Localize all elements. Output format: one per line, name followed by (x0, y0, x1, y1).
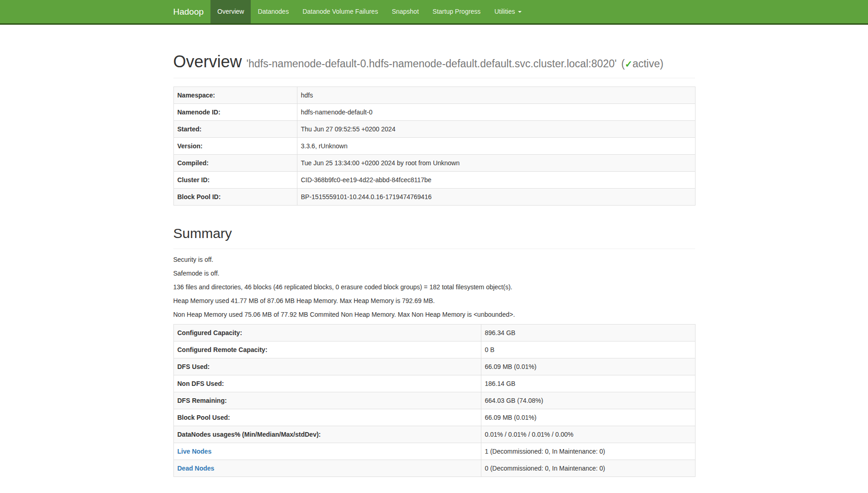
row-value: 186.14 GB (481, 375, 695, 392)
tab-datanodes: Datanodes (251, 0, 296, 23)
row-value: 0 B (481, 341, 695, 358)
row-label: Configured Capacity: (173, 325, 481, 341)
table-row: Version: 3.3.6, rUnknown (173, 137, 695, 154)
table-row: Started: Thu Jun 27 09:52:55 +0200 2024 (173, 120, 695, 137)
overview-header: Overview 'hdfs-namenode-default-0.hdfs-n… (173, 51, 695, 78)
table-row: Block Pool ID: BP-1515559101-10.244.0.16… (173, 188, 695, 205)
navbar-container: Hadoop Overview Datanodes Datanode Volum… (167, 0, 702, 23)
row-label: Version: (173, 137, 297, 154)
capacity-summary-table: Configured Capacity: 896.34 GB Configure… (173, 324, 695, 477)
tab-datanode-volume-failures: Datanode Volume Failures (296, 0, 385, 23)
status-active-text: active) (632, 58, 663, 70)
row-value: 896.34 GB (481, 325, 695, 341)
row-label: DataNodes usages% (Min/Median/Max/stdDev… (173, 426, 481, 443)
row-value: Tue Jun 25 13:34:00 +0200 2024 by root f… (297, 154, 695, 171)
table-row: Block Pool Used: 66.09 MB (0.01%) (173, 409, 695, 426)
tab-datanodes-link[interactable]: Datanodes (251, 0, 296, 23)
row-label: Namenode ID: (173, 103, 297, 120)
utilities-label: Utilities (494, 7, 515, 16)
row-label: Live Nodes (173, 443, 481, 460)
row-label: Namespace: (173, 87, 297, 103)
row-value: 66.09 MB (0.01%) (481, 358, 695, 375)
row-label: Non DFS Used: (173, 375, 481, 392)
summary-title: Summary (173, 224, 695, 244)
live-nodes-link[interactable]: Live Nodes (178, 448, 212, 455)
tab-overview: Overview (210, 0, 251, 23)
row-label: Started: (173, 120, 297, 137)
tab-startup-progress: Startup Progress (426, 0, 487, 23)
table-row: DFS Used: 66.09 MB (0.01%) (173, 358, 695, 375)
row-label: Block Pool ID: (173, 188, 297, 205)
tab-snapshot: Snapshot (385, 0, 426, 23)
row-value: 3.3.6, rUnknown (297, 137, 695, 154)
security-status: Security is off. (173, 255, 695, 265)
table-row: Dead Nodes 0 (Decommissioned: 0, In Main… (173, 460, 695, 477)
row-label: DFS Used: (173, 358, 481, 375)
heap-memory-summary: Heap Memory used 41.77 MB of 87.06 MB He… (173, 297, 695, 306)
tab-datanode-volume-failures-link[interactable]: Datanode Volume Failures (296, 0, 385, 23)
safemode-status: Safemode is off. (173, 269, 695, 278)
row-value: 664.03 GB (74.08%) (481, 392, 695, 409)
table-row: Configured Remote Capacity: 0 B (173, 341, 695, 358)
page-title: Overview 'hdfs-namenode-default-0.hdfs-n… (173, 51, 695, 73)
row-value: 1 (Decommissioned: 0, In Maintenance: 0) (481, 443, 695, 460)
table-row: Configured Capacity: 896.34 GB (173, 325, 695, 341)
non-heap-memory-summary: Non Heap Memory used 75.06 MB of 77.92 M… (173, 310, 695, 320)
row-value: Thu Jun 27 09:52:55 +0200 2024 (297, 120, 695, 137)
table-row: Namenode ID: hdfs-namenode-default-0 (173, 103, 695, 120)
row-label: Block Pool Used: (173, 409, 481, 426)
row-label: DFS Remaining: (173, 392, 481, 409)
navbar-menu: Overview Datanodes Datanode Volume Failu… (210, 0, 528, 23)
table-row: Namespace: hdfs (173, 87, 695, 103)
row-value: hdfs (297, 87, 695, 103)
table-row: Non DFS Used: 186.14 GB (173, 375, 695, 392)
table-row: DFS Remaining: 664.03 GB (74.08%) (173, 392, 695, 409)
row-label: Dead Nodes (173, 460, 481, 477)
summary-header: Summary (173, 224, 695, 249)
namenode-status: (✓active) (621, 58, 663, 70)
active-check-icon: ✓ (625, 59, 632, 69)
row-value: BP-1515559101-10.244.0.16-1719474769416 (297, 188, 695, 205)
filesystem-objects-summary: 136 files and directories, 46 blocks (46… (173, 283, 695, 292)
tab-overview-link[interactable]: Overview (210, 0, 251, 23)
row-value: 66.09 MB (0.01%) (481, 409, 695, 426)
top-navbar: Hadoop Overview Datanodes Datanode Volum… (0, 0, 868, 25)
row-value: 0 (Decommissioned: 0, In Maintenance: 0) (481, 460, 695, 477)
tab-snapshot-link[interactable]: Snapshot (385, 0, 426, 23)
table-row: Compiled: Tue Jun 25 13:34:00 +0200 2024… (173, 154, 695, 171)
page-title-text: Overview (173, 52, 242, 71)
namenode-info-table: Namespace: hdfs Namenode ID: hdfs-nameno… (173, 87, 695, 206)
row-label: Cluster ID: (173, 171, 297, 188)
brand-hadoop[interactable]: Hadoop (167, 0, 211, 23)
table-row: Cluster ID: CID-368b9fc0-ee19-4d22-abbd-… (173, 171, 695, 188)
tab-startup-progress-link[interactable]: Startup Progress (426, 0, 487, 23)
namenode-address: 'hdfs-namenode-default-0.hdfs-namenode-d… (247, 58, 617, 70)
table-row: DataNodes usages% (Min/Median/Max/stdDev… (173, 426, 695, 443)
row-value: hdfs-namenode-default-0 (297, 103, 695, 120)
table-row: Live Nodes 1 (Decommissioned: 0, In Main… (173, 443, 695, 460)
row-value: CID-368b9fc0-ee19-4d22-abbd-84fcec8117be (297, 171, 695, 188)
tab-utilities: Utilities (487, 0, 528, 23)
dead-nodes-link[interactable]: Dead Nodes (178, 465, 215, 472)
caret-down-icon (518, 11, 522, 13)
main-content: Overview 'hdfs-namenode-default-0.hdfs-n… (167, 51, 702, 477)
row-label: Compiled: (173, 154, 297, 171)
row-value: 0.01% / 0.01% / 0.01% / 0.00% (481, 426, 695, 443)
utilities-dropdown-toggle[interactable]: Utilities (487, 0, 528, 23)
row-label: Configured Remote Capacity: (173, 341, 481, 358)
